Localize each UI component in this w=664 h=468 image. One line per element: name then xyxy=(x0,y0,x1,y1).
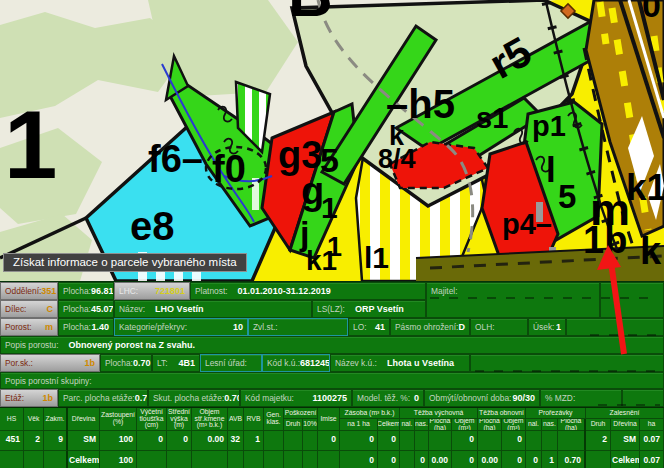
field-label: Kategorie/překryv: xyxy=(119,322,187,332)
cell-zasoba-celkem: 0 xyxy=(378,430,400,451)
group-tezba-vychovna: Těžba výchovná xyxy=(400,408,478,419)
total-label: Celkem: xyxy=(68,451,100,468)
field-label: OLH: xyxy=(475,322,495,332)
cell-gen-klas xyxy=(264,430,284,451)
parcel-label-p1: p1 xyxy=(532,110,566,142)
cell-stredni: 0 xyxy=(167,430,192,451)
field-label: Plocha: xyxy=(105,358,133,368)
field-label: Oddělení: xyxy=(5,286,41,296)
field-label: Plocha: xyxy=(63,322,91,332)
field-value: LHO Vsetín xyxy=(155,304,204,314)
col-vek: Věk xyxy=(24,408,44,431)
total-vycetni xyxy=(137,451,167,468)
field-label: Majitel: xyxy=(431,286,458,296)
parcel-label-l: l xyxy=(546,150,556,189)
cell-zal-drevina: SM xyxy=(611,430,640,451)
field-value: D xyxy=(459,322,466,332)
field-pasmo: Pásmo ohrožení:D xyxy=(390,318,470,336)
field-kategorie: Kategorie/překryv:10 xyxy=(114,318,248,336)
field-olh: OLH: xyxy=(470,318,528,336)
stripe xyxy=(252,178,259,210)
field-label: Plocha: xyxy=(63,304,91,314)
field-value: 4B1 xyxy=(178,358,195,368)
total-tv-nas: 0 xyxy=(415,451,429,468)
total-gen-klas xyxy=(264,451,284,468)
row-popis-porostu: Popis porostu:Obnovený porost na Z svahu… xyxy=(0,336,664,354)
field-popis-ps: Popis porostní skupiny: xyxy=(0,372,664,389)
parcel-label-e8: e8 xyxy=(130,204,175,248)
col-zakm: Zakm. xyxy=(44,408,68,431)
field-value: 0.70 xyxy=(133,358,151,368)
parcel-label-s1: s1 xyxy=(476,102,508,134)
field-label: % MZD: xyxy=(545,393,575,403)
field-lhc: LHC:721801 xyxy=(114,282,190,300)
total-posk-druh xyxy=(284,451,303,468)
cell-pr-nas xyxy=(542,430,558,451)
field-nazev: Název:LHO Vsetín xyxy=(114,300,312,318)
field-platnost: Platnost:01.01.2010-31.12.2019 xyxy=(190,282,426,300)
field-lo: LO:41 xyxy=(348,318,390,336)
field-value: C xyxy=(47,304,54,314)
field-label: Parc. plocha etáže: xyxy=(63,393,135,403)
stand-table-header: HS Věk Zakm. Dřevina Zastoupení (%) Výče… xyxy=(0,407,664,430)
col-imise: Imise xyxy=(318,408,340,431)
field-value: 0.70 xyxy=(135,393,148,403)
cell-vycetni: 0 xyxy=(137,430,167,451)
parcel-label-g1: 1 xyxy=(321,191,338,224)
total-to-plocha: 0.00 xyxy=(478,451,502,468)
dash-decoration xyxy=(598,404,660,406)
field-label: LT: xyxy=(157,358,168,368)
field-label: LS(LZ): xyxy=(317,304,345,314)
row-popis-ps: Popis porostní skupiny: xyxy=(0,372,664,389)
group-tezba-obnovni: Těžba obnovní xyxy=(478,408,526,419)
field-plocha-oddeleni: Plocha:96.81 xyxy=(58,282,114,300)
field-label: Lesní úřad: xyxy=(205,358,247,368)
total-tv-nal xyxy=(400,451,415,468)
col-objem-kmene: Objem stř.kmene (m³ b.k.) xyxy=(192,408,228,431)
total-pr-nas: 1 xyxy=(542,451,558,468)
total-stredni xyxy=(167,451,192,468)
field-label: Zvl.st.: xyxy=(253,322,278,332)
field-etaz: Etáž:1b xyxy=(0,389,58,407)
cell-zal-ha: 0.07 xyxy=(640,430,664,451)
map-label-unit1: 1 xyxy=(4,91,57,198)
field-value: 1b xyxy=(84,358,95,368)
field-value: 0 xyxy=(414,393,419,403)
field-label: Popis porostu: xyxy=(5,340,59,350)
cell-vek: 2 xyxy=(24,430,44,451)
col-drevina: Dřevina xyxy=(68,408,100,431)
field-label: Plocha: xyxy=(63,286,91,296)
field-label: Pásmo ohrožení: xyxy=(395,322,458,332)
cell-tv-plocha xyxy=(429,430,452,451)
col-gen-klas: Gen. klas. xyxy=(264,408,284,431)
field-porost: Porost:m xyxy=(0,318,58,336)
field-lesni-urad: Lesní úřad: xyxy=(200,354,262,372)
field-value: 1100275 xyxy=(312,393,347,403)
parcel-label-k84: 8/4 xyxy=(378,144,416,174)
field-dilec: Dílec:C xyxy=(0,300,58,318)
total-pr-plocha: 0.70 xyxy=(558,451,586,468)
field-parc-plocha: Parc. plocha etáže:0.70 xyxy=(58,389,148,407)
field-value: 681245 xyxy=(300,358,330,368)
parcel-label-l1-low: l1 xyxy=(364,241,389,274)
field-popis-porostu: Popis porostu:Obnovený porost na Z svahu… xyxy=(0,336,664,354)
field-lt: LT:4B1 xyxy=(152,354,200,372)
field-label: Kód k.ú.: xyxy=(267,358,300,368)
cell-objem-kmene: 0.00 xyxy=(192,430,228,451)
cell-to-objem: 0 xyxy=(502,430,526,451)
field-label: Název: xyxy=(119,304,145,314)
forest-map[interactable]: 1 B e8 f6– f0 g3 5 g 1 j 1 k 8/4 –h5 r5 … xyxy=(0,0,664,281)
total-zal-label: Celkem: xyxy=(611,451,640,468)
total-na1ha: 0 xyxy=(340,451,378,468)
field-oddeleni: Oddělení:351 xyxy=(0,282,58,300)
map-tooltip: Získat informace o parcele vybraného mís… xyxy=(3,253,247,272)
col-vycetni: Výčetní tloušťka (cm) xyxy=(137,408,167,431)
total-hs xyxy=(0,451,24,468)
col-stredni: Střední výška (m) xyxy=(167,408,192,431)
group-zasoba: Zásoba (m³ b.k.) xyxy=(340,408,400,419)
total-zal-ha: 0.07 xyxy=(640,451,664,468)
field-value: 1 xyxy=(556,322,561,332)
field-label: Dílec: xyxy=(5,304,26,314)
field-label: Model. těž. %: xyxy=(357,393,410,403)
field-value: 351 xyxy=(41,286,56,296)
